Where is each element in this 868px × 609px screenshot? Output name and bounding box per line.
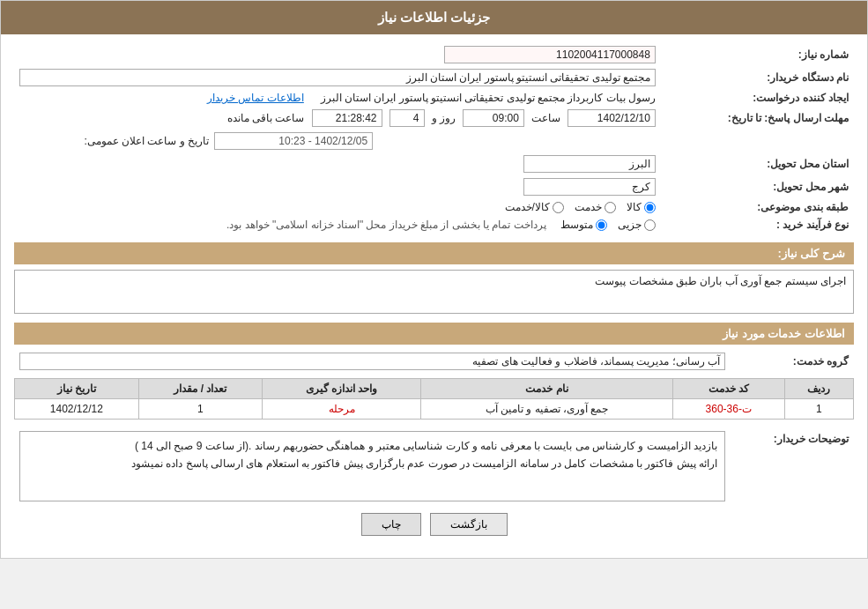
announce-date-label: تاریخ و ساعت اعلان عمومی:	[84, 135, 209, 147]
table-row: 1 ت-36-360 جمع آوری، تصفیه و تامین آب مر…	[15, 399, 854, 420]
response-time: 09:00	[463, 109, 524, 127]
col-header-name: نام خدمت	[421, 379, 673, 399]
buyer-notes-value: بازدید الزامیست و کارشناس می بایست با مع…	[19, 431, 725, 501]
service-group-label: گروه خدمت:	[731, 350, 854, 373]
col-header-date: تاریخ نیاز	[15, 379, 139, 399]
response-days-label: روز و	[432, 112, 456, 124]
cell-date: 1402/12/12	[15, 399, 139, 420]
back-button[interactable]: بازگشت	[430, 513, 508, 536]
response-time-label: ساعت	[531, 112, 560, 124]
cell-name: جمع آوری، تصفیه و تامین آب	[421, 399, 673, 420]
category-label-both: کالا/خدمت	[505, 201, 550, 213]
response-remaining-label: ساعت باقی مانده	[227, 112, 305, 124]
purchase-type-group: جزیی متوسط	[560, 219, 656, 231]
purchase-type-radio-partial[interactable]	[644, 219, 656, 231]
purchase-type-label: نوع فرآیند خرید :	[661, 216, 854, 234]
col-header-qty: تعداد / مقدار	[138, 379, 263, 399]
purchase-type-medium[interactable]: متوسط	[560, 219, 607, 231]
city-label: شهر محل تحویل:	[661, 175, 854, 198]
category-option-both[interactable]: کالا/خدمت	[505, 201, 564, 213]
service-group-value: آب رسانی؛ مدیریت پسماند، فاضلاب و فعالیت…	[19, 353, 725, 370]
general-description-section: شرح کلی نیاز:	[14, 242, 854, 264]
category-label-service: خدمت	[575, 201, 602, 213]
response-deadline-label: مهلت ارسال پاسخ: تا تاریخ:	[661, 107, 854, 130]
purchase-type-radio-medium[interactable]	[596, 219, 607, 231]
print-button[interactable]: چاپ	[361, 513, 421, 536]
category-group: کالا خدمت کالا/خدمت	[19, 201, 656, 213]
general-description-value: اجرای سیستم جمع آوری آب باران طبق مشخصات…	[14, 270, 854, 314]
buyer-org-label: نام دستگاه خریدار:	[661, 66, 854, 89]
buyer-org-value: مجتمع تولیدی تحقیقاتی انستیتو پاستور ایر…	[19, 69, 656, 86]
cell-unit: مرحله	[263, 399, 421, 420]
need-number-label: شماره نیاز:	[661, 43, 854, 66]
category-option-service[interactable]: خدمت	[575, 201, 616, 213]
category-option-goods[interactable]: کالا	[627, 201, 656, 213]
category-radio-service[interactable]	[605, 202, 616, 213]
col-header-unit: واحد اندازه گیری	[263, 379, 421, 399]
buyer-notes-label: توضیحات خریدار:	[731, 428, 854, 504]
button-bar: بازگشت چاپ	[14, 504, 854, 549]
cell-code: ت-36-360	[672, 399, 784, 420]
response-days: 4	[389, 109, 425, 127]
province-value: البرز	[523, 155, 656, 173]
creator-value: رسول بیات کاربرداز مجتمع تولیدی تحقیقاتی…	[321, 92, 656, 104]
category-radio-both[interactable]	[553, 202, 564, 213]
services-section-header: اطلاعات خدمات مورد نیاز	[14, 323, 854, 345]
province-label: استان محل تحویل:	[661, 152, 854, 175]
city-value: کرج	[523, 178, 656, 196]
category-label: طبقه بندی موضوعی:	[661, 198, 854, 216]
category-radio-goods[interactable]	[644, 202, 656, 213]
cell-qty: 1	[138, 399, 263, 420]
response-remaining: 21:28:42	[312, 109, 382, 127]
col-header-code: کد خدمت	[672, 379, 784, 399]
purchase-type-label-partial: جزیی	[618, 219, 642, 231]
page-title: جزئیات اطلاعات نیاز	[1, 1, 867, 34]
purchase-note: پرداخت تمام یا بخشی از مبلغ خریداز محل "…	[226, 219, 546, 231]
purchase-type-label-medium: متوسط	[560, 219, 593, 231]
creator-label: ایجاد کننده درخواست:	[661, 89, 854, 107]
category-label-goods: کالا	[627, 201, 642, 213]
purchase-type-partial[interactable]: جزیی	[618, 219, 656, 231]
col-header-row: ردیف	[784, 379, 853, 399]
service-table: ردیف کد خدمت نام خدمت واحد اندازه گیری ت…	[14, 378, 854, 420]
cell-row: 1	[784, 399, 853, 420]
announce-date-value: 1402/12/05 - 10:23	[214, 132, 373, 150]
response-date: 1402/12/10	[568, 109, 656, 127]
creator-contact-link[interactable]: اطلاعات تماس خریدار	[207, 92, 304, 104]
need-number-value: 1102004117000848	[444, 46, 656, 63]
